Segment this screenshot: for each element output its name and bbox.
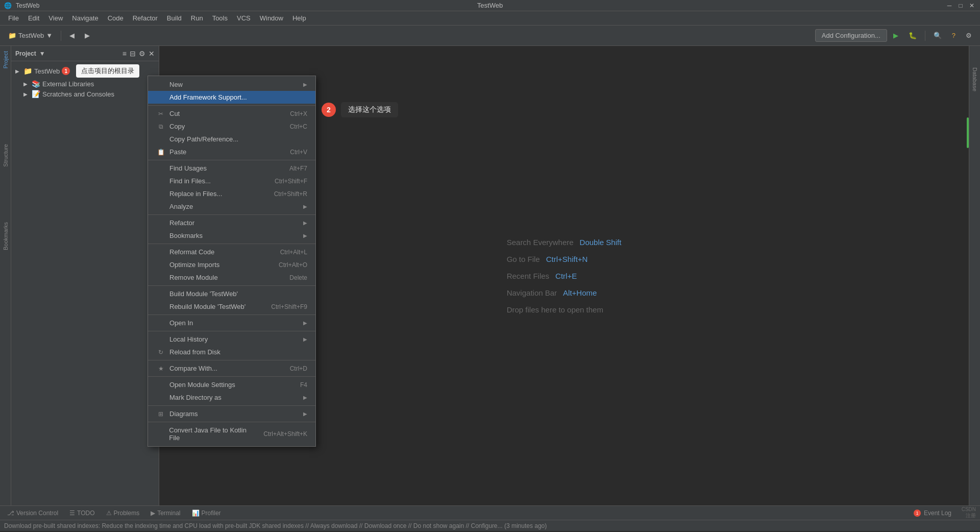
cm-optimize[interactable]: Optimize Imports Ctrl+Alt+O [148, 258, 315, 271]
bottom-problems[interactable]: ⚠ Problems [101, 508, 145, 518]
minimize-button[interactable]: ─ [945, 2, 953, 10]
cm-remove-module[interactable]: Remove Module Delete [148, 271, 315, 284]
help-button[interactable]: ? [948, 29, 960, 43]
menu-bar: File Edit View Navigate Code Refactor Bu… [0, 11, 980, 26]
panel-sort-icon[interactable]: ≡ [122, 50, 127, 58]
vc-icon: ⎇ [7, 510, 14, 517]
hint-navbar: Navigation Bar Alt+Home [507, 288, 622, 297]
menu-refactor[interactable]: Refactor [129, 13, 162, 23]
cm-refactor[interactable]: Refactor ▶ [148, 216, 315, 229]
add-configuration-button[interactable]: Add Configuration... [815, 29, 887, 42]
todo-label: TODO [77, 510, 94, 517]
hint-gotofile-key: Ctrl+Shift+N [546, 255, 588, 263]
cm-compare-shortcut: Ctrl+D [290, 365, 307, 372]
hint-navbar-key: Alt+Home [563, 288, 597, 297]
terminal-icon: ▶ [151, 510, 155, 517]
cm-copypath-label: Copy Path/Reference... [169, 135, 238, 143]
panel-title: Project [15, 50, 36, 57]
sidebar-project-tab[interactable]: Project [2, 48, 10, 71]
cm-sep1 [148, 105, 315, 106]
status-bar: Download pre-built shared indexes: Reduc… [0, 520, 980, 531]
tree-item-testweb[interactable]: ▶ 📁 TestWeb 1 点击项目的根目录 [11, 63, 159, 79]
cm-open-in[interactable]: Open In ▶ [148, 317, 315, 329]
menu-vcs[interactable]: VCS [233, 13, 255, 23]
bottom-todo[interactable]: ☰ TODO [64, 508, 100, 518]
cm-diagrams-icon: ⊞ [156, 410, 165, 418]
cm-cut[interactable]: ✂ Cut Ctrl+X [148, 107, 315, 120]
cm-sep4 [148, 244, 315, 244]
cm-cut-label: Cut [169, 110, 180, 117]
menu-run[interactable]: Run [187, 13, 207, 23]
panel-close-icon[interactable]: ✕ [149, 50, 155, 58]
cm-reload-disk[interactable]: ↻ Reload from Disk [148, 346, 315, 358]
cm-reformat[interactable]: Reformat Code Ctrl+Alt+L [148, 246, 315, 258]
cm-compare-label: Compare With... [169, 365, 217, 372]
menu-edit[interactable]: Edit [24, 13, 43, 23]
cm-local-history[interactable]: Local History ▶ [148, 333, 315, 346]
cm-module-settings[interactable]: Open Module Settings F4 [148, 378, 315, 391]
tree-item-scratches[interactable]: ▶ 📝 Scratches and Consoles [11, 89, 159, 99]
cm-add-framework[interactable]: Add Framework Support... [148, 91, 315, 104]
cm-copy[interactable]: ⧉ Copy Ctrl+C [148, 120, 315, 133]
cm-paste[interactable]: 📋 Paste Ctrl+V [148, 146, 315, 158]
project-selector[interactable]: 📁 TestWeb ▼ [4, 29, 57, 43]
sidebar-bookmarks-tab[interactable]: Bookmarks [2, 219, 10, 253]
run-button[interactable]: ▶ [889, 29, 902, 43]
cm-new[interactable]: New ▶ [148, 78, 315, 91]
cm-bookmarks[interactable]: Bookmarks ▶ [148, 229, 315, 242]
maximize-button[interactable]: □ [957, 2, 965, 10]
hint-drop-label: Drop files here to open them [507, 305, 603, 314]
toolbar-back[interactable]: ◀ [65, 29, 79, 43]
menu-help[interactable]: Help [288, 13, 310, 23]
project-icon: 📁 [8, 32, 16, 39]
profiler-icon: 📊 [192, 510, 200, 517]
cm-diagrams[interactable]: ⊞ Diagrams ▶ [148, 407, 315, 420]
settings-button[interactable]: ⚙ [962, 29, 976, 43]
cm-replace-files[interactable]: Replace in Files... Ctrl+Shift+R [148, 187, 315, 200]
cm-copy-path[interactable]: Copy Path/Reference... [148, 133, 315, 146]
event-log-button[interactable]: 1 Event Log [909, 508, 957, 518]
right-sidebar-database[interactable]: Database [972, 63, 978, 95]
sidebar-structure-tab[interactable]: Structure [2, 141, 10, 170]
cm-find-files[interactable]: Find in Files... Ctrl+Shift+F [148, 175, 315, 187]
cm-convert-kotlin[interactable]: Convert Java File to Kotlin File Ctrl+Al… [148, 424, 315, 444]
cm-markdir-arrow: ▶ [303, 395, 307, 400]
cm-analyze[interactable]: Analyze ▶ [148, 200, 315, 213]
cm-sep2 [148, 160, 315, 160]
problems-label: Problems [114, 510, 140, 517]
debug-button[interactable]: 🐛 [904, 29, 921, 43]
search-button[interactable]: 🔍 [929, 29, 946, 43]
menu-build[interactable]: Build [163, 13, 186, 23]
cm-markdir-label: Mark Directory as [169, 394, 222, 401]
menu-view[interactable]: View [44, 13, 67, 23]
bottom-terminal[interactable]: ▶ Terminal [145, 508, 185, 518]
panel-settings-icon[interactable]: ⚙ [139, 50, 145, 58]
cm-rebuild-module[interactable]: Rebuild Module 'TestWeb' Ctrl+Shift+F9 [148, 300, 315, 313]
step2-text: 选择这个选项 [341, 102, 398, 117]
cm-mark-directory[interactable]: Mark Directory as ▶ [148, 391, 315, 404]
bottom-version-control[interactable]: ⎇ Version Control [2, 508, 63, 518]
profiler-label: Profiler [202, 510, 221, 517]
cm-findfiles-shortcut: Ctrl+Shift+F [275, 178, 307, 185]
menu-navigate[interactable]: Navigate [68, 13, 102, 23]
cm-compare-with[interactable]: ★ Compare With... Ctrl+D [148, 362, 315, 375]
toolbar-forward[interactable]: ▶ [81, 29, 94, 43]
cm-sep10 [148, 405, 315, 406]
toolbar: 📁 TestWeb ▼ ◀ ▶ Add Configuration... ▶ 🐛… [0, 26, 980, 46]
cm-sep6 [148, 315, 315, 315]
cm-find-usages[interactable]: Find Usages Alt+F7 [148, 162, 315, 175]
problems-icon: ⚠ [106, 510, 112, 517]
main-layout: Project Structure Bookmarks Project ▼ ≡ … [0, 46, 980, 505]
cm-findfiles-label: Find in Files... [169, 177, 211, 185]
cm-build-module[interactable]: Build Module 'TestWeb' [148, 287, 315, 300]
panel-collapse-icon[interactable]: ⊟ [130, 50, 136, 58]
close-button[interactable]: ✕ [968, 2, 976, 10]
bottom-profiler[interactable]: 📊 Profiler [187, 508, 226, 518]
tree-item-ext-libs[interactable]: ▶ 📚 External Libraries [11, 79, 159, 89]
window-controls[interactable]: ─ □ ✕ [945, 2, 976, 10]
menu-code[interactable]: Code [104, 13, 128, 23]
menu-tools[interactable]: Tools [208, 13, 232, 23]
menu-window[interactable]: Window [256, 13, 287, 23]
panel-dropdown-icon[interactable]: ▼ [39, 50, 45, 57]
menu-file[interactable]: File [4, 13, 23, 23]
